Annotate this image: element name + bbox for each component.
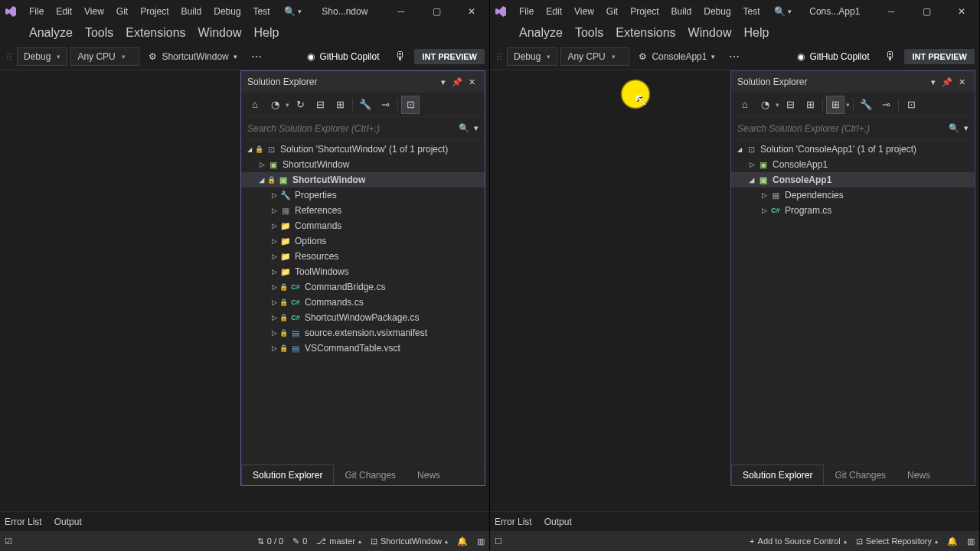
- expand-arrow[interactable]: [746, 161, 757, 168]
- startup-project-button[interactable]: ⚙ShortcutWindow▾: [142, 47, 243, 66]
- sync-icon[interactable]: ⊡: [902, 96, 920, 114]
- tree-node[interactable]: ▣ConsoleApp1: [731, 157, 975, 172]
- expand-arrow[interactable]: [759, 191, 769, 199]
- chevron-down-icon[interactable]: ▾: [928, 77, 939, 87]
- add-source-control[interactable]: + Add to Source Control ▴: [750, 536, 847, 546]
- search-icon[interactable]: 🔍 ▾: [279, 6, 306, 17]
- menu-extensions[interactable]: Extensions: [609, 21, 681, 44]
- tree-node[interactable]: ▣ConsoleApp1: [731, 172, 975, 187]
- show-all-icon[interactable]: ⊞: [801, 96, 819, 114]
- tree-node[interactable]: 🔒▤source.extension.vsixmanifest: [241, 325, 485, 341]
- expand-arrow[interactable]: [269, 191, 279, 199]
- close-button[interactable]: ✕: [944, 0, 979, 23]
- tree-node[interactable]: ⊡Solution 'ConsoleApp1' (1 of 1 project): [731, 142, 975, 157]
- expand-arrow[interactable]: [269, 298, 279, 306]
- copilot-button[interactable]: ◉GitHub Copilot: [789, 47, 877, 66]
- chevron-down-icon[interactable]: ▾: [474, 123, 479, 133]
- project-status[interactable]: ⊡ ShortcutWindow ▴: [371, 536, 448, 546]
- properties-icon[interactable]: 🔧: [857, 96, 875, 114]
- tree-node[interactable]: 🔒▣ShortcutWindow: [241, 172, 485, 187]
- home-icon[interactable]: ⌂: [736, 96, 754, 114]
- pin-icon[interactable]: 📌: [939, 77, 956, 87]
- menu-view[interactable]: View: [568, 0, 600, 23]
- tab-news[interactable]: News: [897, 465, 941, 485]
- maximize-button[interactable]: ▢: [909, 0, 944, 23]
- tree-node[interactable]: 🔒C#ShortcutWindowPackage.cs: [241, 310, 485, 325]
- menu-analyze[interactable]: Analyze: [513, 21, 569, 44]
- expand-arrow[interactable]: [734, 145, 745, 153]
- menu-view[interactable]: View: [78, 0, 110, 23]
- tree-node[interactable]: 📁Resources: [241, 249, 485, 264]
- tree-node[interactable]: 📁Options: [241, 233, 485, 249]
- expand-arrow[interactable]: [269, 329, 279, 337]
- layout-icon[interactable]: ▥: [477, 536, 485, 546]
- menu-window[interactable]: Window: [682, 21, 738, 44]
- menu-git[interactable]: Git: [600, 0, 624, 23]
- solution-tree[interactable]: 🔒⊡Solution 'ShortcutWindow' (1 of 1 proj…: [241, 140, 485, 464]
- menu-project[interactable]: Project: [134, 0, 175, 23]
- preview-icon[interactable]: ⊸: [376, 96, 394, 114]
- feedback-icon[interactable]: ☐: [495, 536, 502, 546]
- minimize-button[interactable]: ─: [874, 0, 909, 23]
- pin-icon[interactable]: 📌: [449, 77, 466, 87]
- maximize-button[interactable]: ▢: [419, 0, 454, 23]
- tool-tab-error-list[interactable]: Error List: [5, 517, 42, 527]
- sync-icon[interactable]: ⊡: [401, 96, 420, 114]
- tree-node[interactable]: C#Program.cs: [731, 203, 975, 218]
- tool-tab-output[interactable]: Output: [54, 517, 82, 527]
- close-icon[interactable]: ✕: [956, 77, 969, 87]
- switch-view-icon[interactable]: ◔: [266, 96, 284, 114]
- tree-node[interactable]: 📁Commands: [241, 218, 485, 233]
- search-icon[interactable]: 🔍: [949, 123, 959, 133]
- tree-node[interactable]: 🔒⊡Solution 'ShortcutWindow' (1 of 1 proj…: [241, 142, 485, 157]
- expand-arrow[interactable]: [269, 283, 279, 291]
- search-input[interactable]: [737, 123, 949, 134]
- expand-arrow[interactable]: [244, 145, 255, 153]
- drag-handle-icon[interactable]: ⁝⁝: [495, 51, 504, 63]
- menu-extensions[interactable]: Extensions: [119, 21, 191, 44]
- tool-tab-output[interactable]: Output: [544, 517, 572, 527]
- menu-project[interactable]: Project: [624, 0, 665, 23]
- menu-build[interactable]: Build: [665, 0, 698, 23]
- menu-help[interactable]: Help: [247, 21, 285, 44]
- expand-arrow[interactable]: [256, 176, 267, 184]
- tree-node[interactable]: 📁ToolWindows: [241, 264, 485, 279]
- properties-icon[interactable]: 🔧: [356, 96, 374, 114]
- tab-git-changes[interactable]: Git Changes: [334, 465, 407, 485]
- tab-solution-explorer[interactable]: Solution Explorer: [241, 465, 334, 485]
- tree-node[interactable]: ▣ShortcutWindow: [241, 157, 485, 172]
- menu-analyze[interactable]: Analyze: [23, 21, 79, 44]
- home-icon[interactable]: ⌂: [246, 96, 264, 114]
- layout-icon[interactable]: ▥: [967, 536, 975, 546]
- menu-debug[interactable]: Debug: [207, 0, 247, 23]
- tree-node[interactable]: 🔒C#Commands.cs: [241, 295, 485, 310]
- branch-status[interactable]: ⎇ master ▴: [316, 536, 361, 546]
- menu-edit[interactable]: Edit: [50, 0, 78, 23]
- drag-handle-icon[interactable]: ⁝⁝: [5, 51, 14, 63]
- menu-tools[interactable]: Tools: [79, 21, 119, 44]
- close-button[interactable]: ✕: [454, 0, 489, 23]
- expand-arrow[interactable]: [269, 207, 279, 214]
- expand-arrow[interactable]: [269, 344, 279, 352]
- menu-file[interactable]: File: [513, 0, 540, 23]
- scope-icon[interactable]: ⊞: [826, 96, 844, 114]
- config-dropdown[interactable]: Debug▾: [507, 47, 557, 66]
- menu-tools[interactable]: Tools: [569, 21, 609, 44]
- startup-project-button[interactable]: ⚙ConsoleApp1▾: [632, 47, 721, 66]
- platform-dropdown[interactable]: Any CPU▾: [560, 47, 629, 66]
- more-button[interactable]: ⋯: [247, 51, 266, 63]
- copilot-button[interactable]: ◉GitHub Copilot: [299, 47, 387, 66]
- menu-help[interactable]: Help: [737, 21, 775, 44]
- tab-solution-explorer[interactable]: Solution Explorer: [731, 465, 824, 485]
- menu-test[interactable]: Test: [247, 0, 276, 23]
- menu-edit[interactable]: Edit: [540, 0, 568, 23]
- tree-node[interactable]: ▦Dependencies: [731, 187, 975, 203]
- menu-debug[interactable]: Debug: [697, 0, 737, 23]
- expand-arrow[interactable]: [269, 314, 279, 321]
- mic-icon[interactable]: 🎙: [390, 50, 411, 64]
- tree-node[interactable]: 🔒C#CommandBridge.cs: [241, 279, 485, 295]
- menu-window[interactable]: Window: [192, 21, 248, 44]
- git-changes-status[interactable]: ⇅ 0 / 0: [257, 536, 283, 546]
- search-icon[interactable]: 🔍: [459, 123, 469, 133]
- tree-node[interactable]: 🔧Properties: [241, 187, 485, 203]
